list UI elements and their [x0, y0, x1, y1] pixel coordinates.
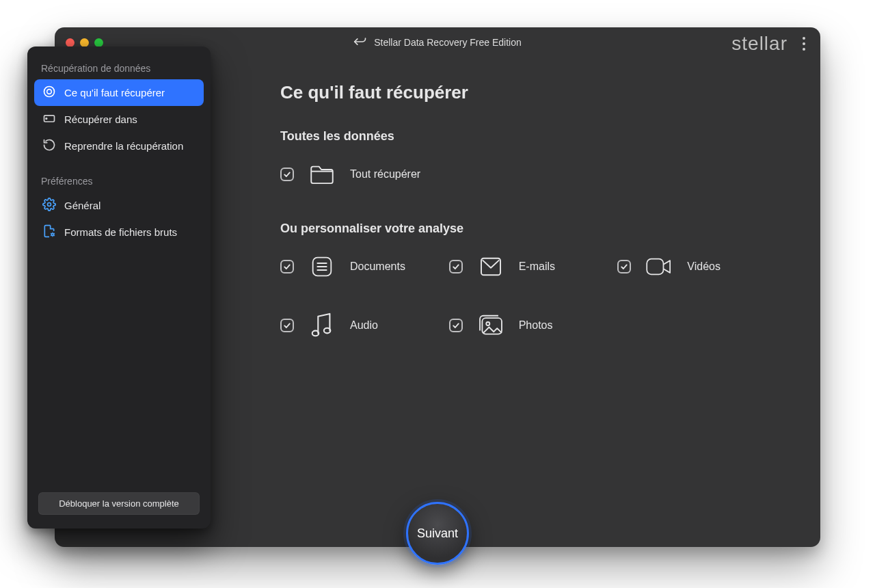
fullscreen-icon[interactable] — [94, 38, 103, 47]
sidebar-item-general[interactable]: Général — [34, 192, 204, 219]
option-videos: Vidéos — [617, 252, 779, 281]
audio-icon — [308, 311, 336, 340]
photos-icon — [476, 311, 505, 340]
all-data-heading: Toutes les données — [280, 129, 779, 144]
checkbox-emails[interactable] — [449, 260, 463, 273]
folder-icon — [308, 160, 336, 189]
customize-heading: Ou personnaliser votre analyse — [280, 222, 779, 236]
option-recover-all: Tout récupérer — [280, 160, 779, 189]
file-gear-icon — [42, 224, 56, 240]
sidebar-item-raw-formats[interactable]: Formats de fichiers bruts — [34, 219, 204, 245]
svg-point-4 — [48, 203, 51, 206]
app-window: Stellar Data Recovery Free Edition stell… — [55, 27, 820, 547]
checkbox-documents[interactable] — [280, 260, 294, 273]
next-button-label: Suivant — [417, 526, 458, 541]
unlock-full-version-button[interactable]: Débloquer la version complète — [38, 492, 200, 515]
svg-point-0 — [44, 87, 55, 97]
option-label: Tout récupérer — [350, 168, 420, 181]
back-arrow-icon[interactable] — [353, 36, 367, 49]
email-icon — [476, 252, 505, 281]
documents-icon — [308, 252, 336, 281]
video-icon — [645, 252, 673, 281]
brand-logo: stellar — [731, 33, 788, 55]
sidebar-item-label: Formats de fichiers bruts — [64, 226, 177, 238]
checkbox-videos[interactable] — [617, 260, 631, 273]
option-photos: Photos — [449, 311, 611, 340]
sidebar-item-label: Général — [64, 200, 100, 211]
svg-point-5 — [51, 233, 53, 235]
target-icon — [42, 85, 56, 101]
window-controls — [55, 38, 103, 47]
sidebar-item-label: Reprendre la récupération — [64, 140, 183, 152]
checkbox-photos[interactable] — [449, 319, 463, 332]
sidebar-item-label: Ce qu'il faut récupérer — [64, 87, 165, 98]
svg-point-3 — [46, 118, 47, 120]
svg-rect-10 — [647, 259, 664, 275]
page-title: Ce qu'il faut récupérer — [280, 82, 779, 103]
svg-point-1 — [47, 90, 52, 94]
sidebar-section-recovery: Récupération de données — [34, 59, 204, 79]
option-documents: Documents — [280, 252, 442, 281]
drive-icon — [42, 111, 56, 127]
minimize-icon[interactable] — [80, 38, 89, 47]
checkbox-audio[interactable] — [280, 319, 294, 332]
next-button[interactable]: Suivant — [406, 502, 469, 565]
option-audio: Audio — [280, 311, 442, 340]
window-title-text: Stellar Data Recovery Free Edition — [374, 37, 522, 48]
option-emails: E-mails — [449, 252, 611, 281]
svg-point-14 — [486, 322, 489, 325]
sidebar-item-recover-in[interactable]: Récupérer dans — [34, 106, 204, 133]
option-label: Audio — [350, 319, 378, 332]
option-label: E-mails — [519, 260, 555, 273]
resume-icon — [42, 138, 56, 154]
sidebar-item-label: Récupérer dans — [64, 113, 137, 125]
checkbox-recover-all[interactable] — [280, 168, 294, 181]
option-label: Photos — [519, 319, 553, 332]
more-menu-icon[interactable] — [797, 34, 811, 53]
gear-icon — [42, 198, 56, 213]
option-label: Documents — [350, 260, 405, 273]
close-icon[interactable] — [66, 38, 75, 47]
sidebar: Récupération de données Ce qu'il faut ré… — [27, 46, 211, 529]
sidebar-item-what-to-recover[interactable]: Ce qu'il faut récupérer — [34, 79, 204, 106]
sidebar-item-resume-recovery[interactable]: Reprendre la récupération — [34, 133, 204, 159]
sidebar-section-prefs: Préférences — [34, 172, 204, 192]
option-label: Vidéos — [687, 260, 721, 273]
